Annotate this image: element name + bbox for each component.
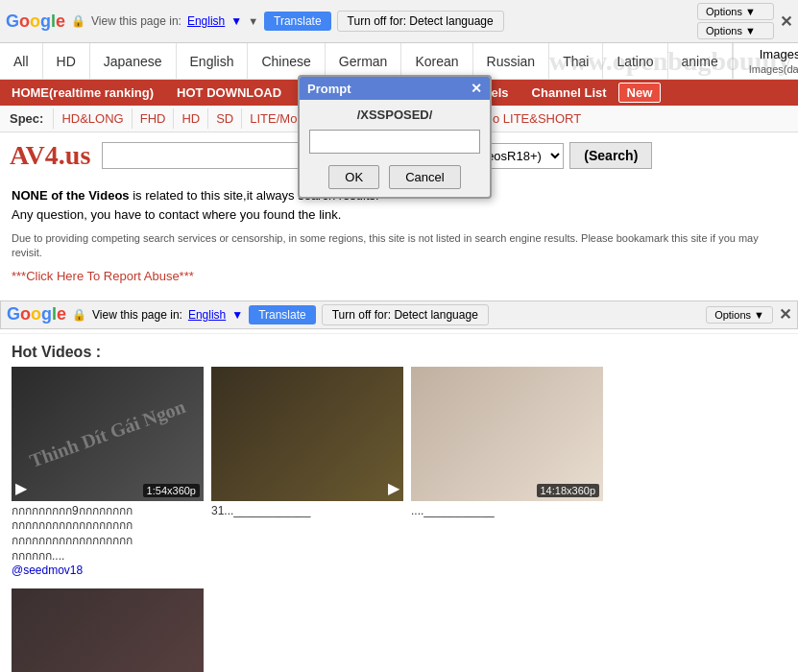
close-translate-bar-button[interactable]: ✕	[780, 12, 792, 31]
cat-thai[interactable]: Thai	[549, 43, 603, 79]
cat-japanese[interactable]: Japanese	[90, 43, 177, 79]
cat-chinese[interactable]: Chinese	[248, 43, 325, 79]
video-title-2: 31...____________	[211, 504, 403, 519]
lang-dropdown-bottom[interactable]: ▼	[231, 308, 243, 322]
video-thumb-3[interactable]: 14:18x360p ....___________	[411, 367, 603, 579]
translate-button-bottom[interactable]: Translate	[249, 305, 316, 324]
video-thumbnail-2: ▶	[211, 367, 403, 501]
dialog-title-bar: Prompt ✕	[300, 77, 490, 100]
video-title-3: ....___________	[411, 504, 603, 519]
spec-sd[interactable]: SD	[207, 108, 241, 129]
lang-dropdown-arrow[interactable]: ▼	[230, 14, 242, 28]
detect-language-button-top[interactable]: Turn off for: Detect language	[337, 11, 504, 32]
video-thumb-bottom[interactable]	[12, 588, 204, 672]
dropdown-btn[interactable]: ▼	[248, 15, 258, 27]
language-link-top[interactable]: English	[187, 14, 225, 28]
video-title-line2: กกกกกกกกกกกกกกกกกก	[12, 518, 204, 534]
nav-home[interactable]: HOME(realtime ranking)	[0, 82, 165, 104]
video-thumbnail-bottom	[12, 588, 204, 672]
video-thumb-2[interactable]: ▶ 31...____________	[211, 367, 403, 579]
none-videos-contact: Any question, you have to contact where …	[12, 207, 341, 222]
notice-text: Due to providing competing search servic…	[12, 231, 786, 261]
view-label: View this page in:	[91, 14, 181, 28]
view-label-bottom: View this page in:	[92, 308, 182, 322]
bottom-row-video	[0, 588, 798, 672]
close-translate-bar-bottom-button[interactable]: ✕	[779, 305, 791, 324]
video-label-2: 31...____________	[211, 504, 403, 519]
spec-fhd[interactable]: FHD	[132, 108, 174, 129]
search-section: AV4.us AV4.us(VideosR18+) All Sites (Sea…	[0, 132, 798, 179]
dialog-cancel-button[interactable]: Cancel	[389, 165, 460, 189]
video-title-line3: กกกกกกกกกกกกกกกกกก	[12, 534, 204, 549]
options-group: Options ▼ Options ▼	[697, 3, 774, 39]
cat-hd[interactable]: HD	[43, 43, 90, 79]
video-label-1: กกกกกกกกก9กกกกกกกก กกกกกกกกกกกกกกกกกก กก…	[12, 504, 204, 579]
spec-label: Spec:	[0, 108, 53, 129]
nav-channel-list[interactable]: Channel List	[520, 82, 618, 104]
play-icon-1: ▶	[15, 479, 27, 497]
hot-videos-title: Hot Videos :	[0, 333, 798, 367]
google-logo: Google	[6, 12, 65, 32]
lock-icon: 🔒	[71, 14, 85, 28]
cat-anime[interactable]: anime	[668, 43, 733, 79]
spec-hd[interactable]: HD	[173, 108, 207, 129]
nav-new[interactable]: New	[618, 83, 662, 103]
images-label: Images	[760, 47, 798, 61]
cat-russian[interactable]: Russian	[473, 43, 550, 79]
search-button[interactable]: (Search)	[569, 142, 652, 169]
cat-all[interactable]: All	[0, 43, 43, 79]
video-duration-1: 1:54x360p	[143, 484, 200, 497]
images-data-label: Images(data)	[749, 63, 798, 75]
play-icon-2: ▶	[388, 479, 399, 497]
prompt-dialog: Prompt ✕ /XSSPOSED/ OK Cancel	[298, 75, 492, 199]
detect-language-button-bottom[interactable]: Turn off for: Detect language	[322, 304, 489, 325]
video-title-line4: กกกกกก....	[12, 549, 204, 564]
language-link-bottom[interactable]: English	[188, 308, 226, 322]
cat-korean[interactable]: Korean	[401, 43, 472, 79]
options-button-1[interactable]: Options ▼	[697, 3, 774, 20]
nav-hot-download[interactable]: HOT DOWNLOAD	[165, 82, 293, 104]
cat-german[interactable]: German	[326, 43, 402, 79]
dialog-message: /XSSPOSED/	[300, 100, 490, 126]
google-logo-bottom: Google	[7, 304, 66, 324]
options-button-bottom[interactable]: Options ▼	[706, 306, 773, 324]
lock-icon-bottom: 🔒	[72, 308, 86, 322]
options-button-2[interactable]: Options ▼	[697, 22, 774, 39]
video-label-3: ....___________	[411, 504, 603, 519]
dialog-title-text: Prompt	[307, 82, 351, 96]
video-duration-3: 14:18x360p	[537, 484, 600, 497]
video-watermark-1: Thinh Dít Gái Ngon	[27, 396, 188, 472]
spec-hd-long[interactable]: HD&LONG	[53, 108, 131, 129]
video-thumb-1[interactable]: Thinh Dít Gái Ngon ▶ 1:54x360p กกกกกกกกก…	[12, 367, 204, 579]
dialog-ok-button[interactable]: OK	[328, 165, 379, 189]
spec-no-lite-short[interactable]: No LITE&SHORT	[475, 108, 590, 129]
none-videos-strong: NONE of the Videos	[12, 188, 130, 203]
dialog-buttons: OK Cancel	[300, 157, 490, 197]
site-logo: AV4.us	[10, 140, 90, 171]
video-title-line1: กกกกกกกกก9กกกกกกกก	[12, 504, 204, 519]
cat-english[interactable]: English	[177, 43, 249, 79]
images-section[interactable]: Images Images(data)	[733, 43, 798, 79]
report-abuse-link[interactable]: ***Click Here To Report Abuse***	[12, 269, 786, 283]
video-channel-link-1[interactable]: @seedmov18	[12, 564, 83, 577]
dialog-input[interactable]	[309, 130, 480, 154]
cat-latino[interactable]: Latino	[603, 43, 667, 79]
video-thumbnail-1: Thinh Dít Gái Ngon ▶ 1:54x360p	[12, 367, 204, 501]
translate-bar-top: Google 🔒 View this page in: English ▼ ▼ …	[0, 0, 798, 43]
video-grid: Thinh Dít Gái Ngon ▶ 1:54x360p กกกกกกกกก…	[0, 367, 798, 588]
video-thumbnail-3: 14:18x360p	[411, 367, 603, 501]
translate-button-top[interactable]: Translate	[264, 12, 331, 31]
translate-bar-bottom: Google 🔒 View this page in: English ▼ Tr…	[0, 300, 798, 329]
dialog-close-button[interactable]: ✕	[471, 81, 482, 96]
